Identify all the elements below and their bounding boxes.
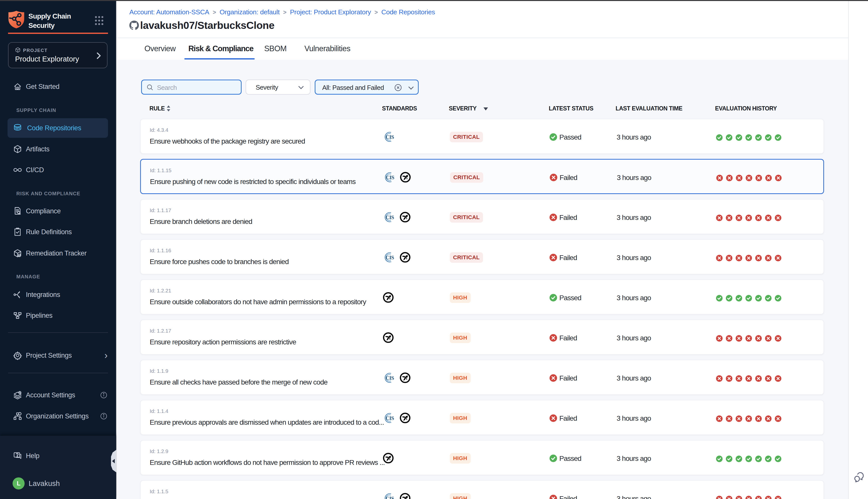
- svg-text:CIS: CIS: [386, 214, 394, 220]
- svg-text:CIS: CIS: [386, 415, 394, 421]
- svg-text:CIS: CIS: [386, 255, 394, 260]
- svg-text:CIS: CIS: [386, 375, 394, 381]
- svg-text:CIS: CIS: [386, 134, 394, 140]
- svg-text:CIS: CIS: [386, 496, 394, 499]
- svg-text:CIS: CIS: [386, 174, 394, 180]
